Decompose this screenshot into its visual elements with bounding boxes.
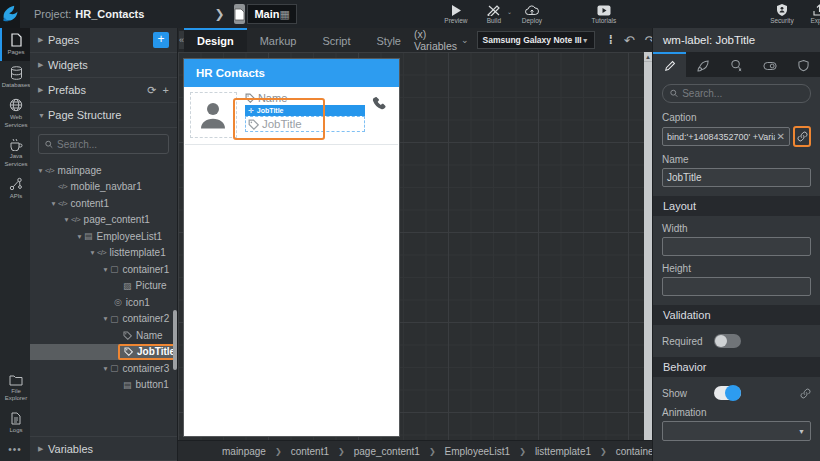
rail-item-logs[interactable]: Logs [0,407,30,439]
design-canvas[interactable]: HR Contacts Name [178,52,652,440]
employee-list-item[interactable]: Name ✛ JobTitle JobTitle [185,88,398,145]
tab-script[interactable]: Script [309,28,363,52]
phone-icon [371,96,387,112]
tree-item-listtemplate1[interactable]: ▼ </> listtemplate1 [30,245,177,262]
export-button[interactable]: ⌄ Export [801,0,820,28]
rail-item-web-services[interactable]: WebServices [0,93,30,133]
call-button-widget[interactable] [365,92,393,138]
caption-input[interactable]: bind:'+14084352700' +Variables.HrdbE ✕ [662,127,790,146]
caret-down-icon[interactable]: ▼ [101,365,110,372]
tree-item-employeelist1[interactable]: ▼ ▤ EmployeeList1 [30,228,177,245]
breadcrumb-content1[interactable]: content1 [291,446,329,457]
tab-properties[interactable] [653,52,686,77]
tree-item-mainpage[interactable]: ▼ </> mainpage [30,162,177,179]
caret-down-icon[interactable]: ▼ [101,266,110,273]
caret-down-icon[interactable]: ▼ [75,233,84,240]
required-toggle[interactable] [714,334,741,348]
rail-item-java-services[interactable]: JavaServices [0,133,30,172]
rail-more-button[interactable]: ••• [0,438,30,461]
wavemaker-logo[interactable] [0,0,20,28]
section-prefabs[interactable]: ▶ Prefabs ⟳ + [30,78,177,103]
name-widget[interactable]: Name [245,92,365,104]
security-button[interactable]: Security [763,0,801,28]
tab-design[interactable]: Design [184,28,247,52]
preview-button[interactable]: Preview [437,0,475,28]
breadcrumb-listtemplate1[interactable]: listtemplate1 [535,446,591,457]
section-pages[interactable]: ▶ Pages + [30,28,177,53]
scroll-up-arrow[interactable]: ▲ [644,52,652,62]
employee-text-container: Name ✛ JobTitle JobTitle [237,92,365,138]
rail-item-apis[interactable]: APIs [0,172,30,205]
tree-item-container1[interactable]: ▼ ▢ container1 [30,261,177,278]
rail-item-databases[interactable]: Databases [0,61,30,94]
tree-item-name[interactable]: Name [30,327,177,344]
tree-search-input[interactable] [57,139,162,150]
breadcrumb-mainpage[interactable]: mainpage [222,446,266,457]
show-toggle[interactable] [714,386,741,400]
tree-item-container2[interactable]: ▼ ▢ container2 [30,311,177,328]
tree-item-picture[interactable]: ▨ Picture [30,278,177,295]
tab-security[interactable] [787,52,820,77]
breadcrumb-employeelist1[interactable]: EmployeeList1 [445,446,511,457]
tag-widget-icon [124,347,133,356]
tree-item-jobtitle[interactable]: JobTitle [30,344,177,361]
tree-scrollbar[interactable] [173,310,177,370]
tab-markup[interactable]: Markup [247,28,310,52]
name-input[interactable]: JobTitle [662,168,811,187]
rail-item-file-explorer[interactable]: FileExplorer [0,369,30,407]
deploy-button[interactable]: Deploy [513,0,551,28]
undo-button[interactable]: ↶ [619,33,640,48]
caret-down-icon[interactable]: ▼ [36,167,45,174]
section-page-structure[interactable]: ▼ Page Structure [30,103,177,128]
grid-icon: ▦ [280,8,290,21]
bind-show-button[interactable] [800,388,811,399]
tree-item-content1[interactable]: ▼ </> content1 [30,195,177,212]
tab-styles[interactable] [686,52,719,77]
caret-down-icon[interactable]: ▼ [62,216,71,223]
tag-icon [245,93,255,103]
add-prefab-button[interactable]: + [163,84,169,96]
add-page-button[interactable]: + [153,32,169,48]
bind-caption-button[interactable] [793,126,811,147]
tree-item-mobile-navbar1[interactable]: </> mobile_navbar1 [30,179,177,196]
build-button[interactable]: ⌄ Build [475,0,513,28]
caret-down-icon[interactable]: ▼ [49,200,58,207]
caret-down-icon[interactable]: ▼ [88,249,97,256]
tree-item-container3[interactable]: ▼ ▢ container3 [30,360,177,377]
canvas-menu-button[interactable]: ⁞ [603,33,619,47]
jobtitle-widget[interactable]: JobTitle [245,116,365,132]
section-widgets[interactable]: ▶ Widgets [30,53,177,78]
page-icon-chip[interactable] [234,4,245,24]
refresh-icon[interactable]: ⟳ [147,84,156,97]
jobtitle-selection-bar[interactable]: ✛ JobTitle [245,105,365,116]
tab-search-props[interactable] [720,52,753,77]
properties-tabs [653,52,820,77]
variables-dropdown[interactable]: (x) Variables ⌄ [414,28,469,52]
breadcrumb-page-content1[interactable]: page_content1 [354,446,420,457]
properties-search-input[interactable] [682,88,803,99]
animation-select[interactable]: ▼ [662,421,811,441]
canvas-scrollbar[interactable]: ▲ [644,52,652,440]
tab-style[interactable]: Style [364,28,414,52]
tree-item-icon1[interactable]: ◎ icon1 [30,294,177,311]
device-selector[interactable]: Samsung Galaxy Note III ▼ [477,31,595,49]
rail-item-pages[interactable]: Pages [0,28,30,61]
width-input[interactable] [662,237,811,256]
canvas-column: « Design Markup Script Style (x) Variabl… [178,28,652,461]
tree-search [30,128,177,160]
height-input[interactable] [662,277,811,296]
employee-picture-widget[interactable] [190,92,237,138]
caret-down-icon[interactable]: ▼ [101,315,110,322]
phone-preview[interactable]: HR Contacts Name [183,58,400,437]
tree-item-page-content1[interactable]: ▼ </> page_content1 [30,212,177,229]
toggle-icon [763,61,777,71]
clear-caption-icon[interactable]: ✕ [775,131,785,142]
list-widget-icon: ▤ [84,231,93,241]
behavior-section-header: Behavior [653,357,820,377]
tree-item-button1[interactable]: ▤ button1 [30,377,177,394]
web-services-icon [9,98,23,112]
section-variables[interactable]: ▶ Variables [30,436,177,461]
tab-device[interactable] [753,52,786,77]
page-selector[interactable]: Main ▦ [247,4,296,24]
tutorials-button[interactable]: Tutorials [585,0,623,28]
